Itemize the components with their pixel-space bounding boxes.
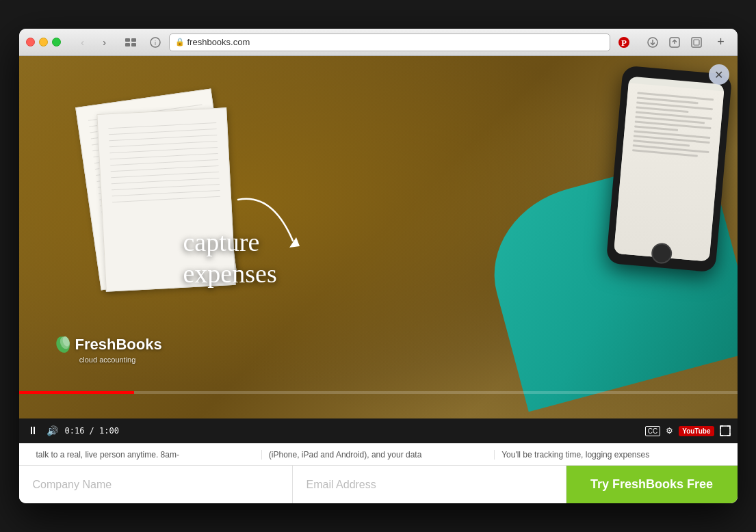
- pinterest-button[interactable]: P: [614, 33, 634, 52]
- address-bar-container: i 🔒 freshbooks.com P: [146, 33, 634, 52]
- freshbooks-brand-text: FreshBooks: [75, 336, 162, 354]
- bottom-form-bar: Try FreshBooks Free: [19, 465, 738, 503]
- scroll-segment-3: You'll be tracking time, logging expense…: [495, 450, 727, 460]
- back-button[interactable]: ‹: [73, 33, 92, 52]
- fullscreen-button[interactable]: [720, 425, 731, 436]
- freshbooks-leaf-icon: [53, 335, 73, 354]
- address-bar[interactable]: 🔒 freshbooks.com: [169, 34, 610, 51]
- close-window-button[interactable]: [26, 38, 35, 46]
- svg-rect-13: [694, 40, 699, 45]
- tab-view-button[interactable]: [121, 33, 140, 52]
- scroll-text-container: talk to a real, live person anytime. 8am…: [29, 450, 727, 460]
- email-address-input[interactable]: [293, 466, 566, 503]
- closed-captions-button[interactable]: CC: [645, 426, 660, 436]
- toolbar-icons: [643, 33, 706, 52]
- share-button[interactable]: [665, 33, 684, 52]
- svg-rect-2: [125, 43, 130, 46]
- freshbooks-logo-overlay: FreshBooks cloud accounting: [53, 335, 162, 364]
- controls-right-group: CC ⚙ YouTube: [645, 425, 731, 436]
- svg-rect-3: [131, 43, 136, 46]
- freshbooks-brand: FreshBooks: [53, 335, 162, 354]
- scroll-segment-1: talk to a real, live person anytime. 8am…: [29, 450, 262, 460]
- video-progress-bar-container[interactable]: [19, 391, 738, 394]
- page-info-button[interactable]: i: [146, 33, 165, 52]
- video-controls-bar: ⏸ 🔊 0:16 / 1:00 CC ⚙ YouTube: [19, 418, 738, 443]
- video-overlay-text: capture expenses: [183, 227, 277, 289]
- svg-text:i: i: [155, 40, 156, 46]
- phone-screen: [613, 76, 724, 261]
- freshbooks-subtitle-text: cloud accounting: [53, 356, 162, 364]
- tab-overview-button[interactable]: [687, 33, 706, 52]
- svg-rect-0: [125, 38, 130, 42]
- browser-window: ‹ › i 🔒 freshbooks.com: [19, 29, 738, 503]
- volume-button[interactable]: 🔊: [47, 425, 58, 436]
- play-pause-button[interactable]: ⏸: [26, 423, 40, 438]
- video-container: capture expenses FreshBooks: [19, 56, 738, 443]
- url-text: freshbooks.com: [187, 37, 250, 47]
- svg-marker-14: [289, 237, 300, 248]
- new-tab-button[interactable]: +: [712, 33, 731, 52]
- video-close-button[interactable]: ✕: [709, 64, 729, 85]
- svg-rect-1: [131, 38, 136, 42]
- phone-screen-content: [613, 83, 723, 261]
- video-time-display: 0:16 / 1:00: [65, 426, 119, 436]
- scrolling-text-bar: talk to a real, live person anytime. 8am…: [19, 443, 738, 465]
- scroll-segment-2: (iPhone, iPad and Android), and your dat…: [262, 450, 495, 460]
- title-bar: ‹ › i 🔒 freshbooks.com: [19, 29, 738, 56]
- phone-home-button: [650, 242, 673, 265]
- svg-rect-18: [720, 426, 730, 436]
- phone-prop: [605, 66, 732, 273]
- ssl-lock-icon: 🔒: [175, 38, 185, 46]
- video-settings-button[interactable]: ⚙: [666, 426, 673, 436]
- video-frame[interactable]: capture expenses FreshBooks: [19, 56, 738, 418]
- forward-button[interactable]: ›: [95, 33, 114, 52]
- nav-buttons: ‹ ›: [73, 33, 114, 52]
- maximize-window-button[interactable]: [52, 38, 61, 46]
- traffic-lights: [26, 38, 61, 46]
- company-name-input[interactable]: [19, 466, 293, 503]
- video-progress-fill: [19, 391, 134, 394]
- minimize-window-button[interactable]: [39, 38, 48, 46]
- download-button[interactable]: [643, 33, 662, 52]
- content-area: capture expenses FreshBooks: [19, 56, 738, 503]
- youtube-button[interactable]: YouTube: [679, 426, 714, 436]
- svg-rect-12: [692, 38, 701, 47]
- try-freshbooks-free-button[interactable]: Try FreshBooks Free: [566, 466, 738, 503]
- svg-text:P: P: [621, 38, 627, 48]
